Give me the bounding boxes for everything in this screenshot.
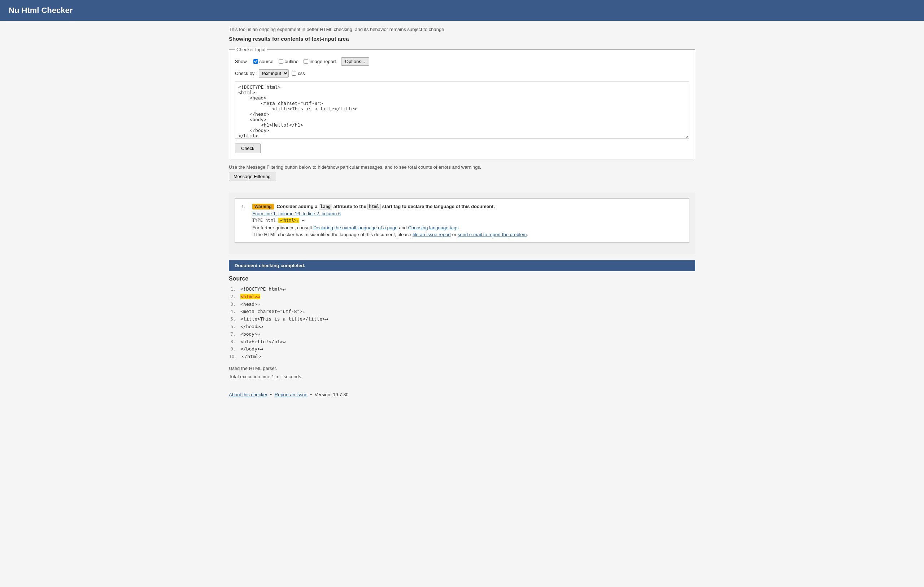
check-by-row: Check by text input css (235, 69, 689, 77)
footer: About this checker • Report an issue • V… (229, 388, 695, 401)
check-by-label: Check by (235, 71, 254, 76)
warning-number: 1. (241, 204, 249, 237)
source-checkbox-label[interactable]: source (253, 59, 274, 64)
source-code-block: 1.<!DOCTYPE html>↵2.<html>↵3. <head>↵4. … (229, 286, 695, 360)
source-line: 6. </head>↵ (229, 323, 695, 330)
showing-results: Showing results for contents of text-inp… (229, 36, 695, 42)
doc-complete-bar: Document checking completed. (229, 260, 695, 271)
source-line: 5. <title>This is a title</title>↵ (229, 316, 695, 323)
source-line: 7. <body>↵ (229, 330, 695, 338)
source-line-num: 6. (229, 323, 236, 330)
source-line-num: 10. (229, 353, 237, 360)
source-line-num: 4. (229, 308, 236, 316)
outline-checkbox[interactable] (279, 59, 283, 64)
source-line: 1.<!DOCTYPE html>↵ (229, 286, 695, 293)
separator-2: • (310, 392, 312, 397)
source-line-content: <html>↵ (240, 293, 260, 301)
source-line: 10.</html> (229, 353, 695, 360)
version-text: Version: 19.7.30 (315, 392, 349, 397)
warning-location-link[interactable]: From line 1, column 16: to line 2, colum… (252, 211, 683, 216)
source-title: Source (229, 275, 695, 282)
source-line-num: 8. (229, 338, 236, 346)
source-line: 2.<html>↵ (229, 293, 695, 301)
source-line-content: <h1>Hello!</h1>↵ (240, 338, 285, 346)
css-checkbox-label[interactable]: css (292, 71, 305, 76)
parser-line-1: Used the HTML parser. (229, 364, 695, 372)
show-label: Show (235, 59, 247, 64)
message-filtering-button[interactable]: Message Filtering (229, 172, 276, 181)
warning-text: Consider adding a lang attribute to the … (276, 204, 495, 209)
main-content: This tool is an ongoing experiment in be… (220, 21, 704, 407)
parser-info: Used the HTML parser. Total execution ti… (229, 364, 695, 381)
separator-1: • (271, 392, 272, 397)
source-line: 3. <head>↵ (229, 301, 695, 308)
warning-badge: Warning (252, 204, 274, 209)
warning-content: Warning Consider adding a lang attribute… (252, 204, 683, 237)
page-header: Nu Html Checker (0, 0, 924, 21)
source-line-num: 9. (229, 345, 236, 353)
source-line-num: 5. (229, 316, 236, 323)
checker-input-fieldset: Checker Input Show source outline image … (229, 47, 695, 159)
source-section: Source 1.<!DOCTYPE html>↵2.<html>↵3. <he… (229, 275, 695, 381)
guidance-link-2[interactable]: Choosing language tags (408, 225, 459, 230)
about-link[interactable]: About this checker (229, 392, 267, 397)
html-textarea[interactable]: <!DOCTYPE html> <html> <head> <meta char… (235, 81, 689, 139)
source-line: 9. </body>↵ (229, 345, 695, 353)
source-line-num: 1. (229, 286, 236, 293)
check-by-select[interactable]: text input (259, 69, 289, 77)
filter-hint: Use the Message Filtering button below t… (229, 164, 695, 170)
warning-type-highlight: ↵<html>↵ (278, 218, 299, 223)
warning-headline: Warning Consider adding a lang attribute… (252, 204, 683, 209)
css-checkbox[interactable] (292, 71, 296, 76)
check-button[interactable]: Check (235, 143, 261, 153)
source-line-num: 7. (229, 330, 236, 338)
warning-item-1: 1. Warning Consider adding a lang attrib… (234, 198, 690, 243)
source-line-content: <title>This is a title</title>↵ (240, 316, 328, 323)
outline-checkbox-label[interactable]: outline (279, 59, 299, 64)
image-report-checkbox[interactable] (304, 59, 308, 64)
source-line-num: 3. (229, 301, 236, 308)
warning-type-line: TYPE html ↵<html>↵ ← (252, 218, 683, 223)
options-button[interactable]: Options... (341, 58, 369, 66)
show-row: Show source outline image report Options… (235, 58, 689, 66)
source-line-content: <body>↵ (240, 330, 260, 338)
source-line-content: </head>↵ (240, 323, 263, 330)
tagline: This tool is an ongoing experiment in be… (229, 27, 695, 32)
source-line-content: </body>↵ (240, 345, 263, 353)
highlighted-tag: <html>↵ (240, 294, 260, 299)
source-checkbox[interactable] (253, 59, 258, 64)
page-title: Nu Html Checker (9, 6, 73, 15)
image-report-checkbox-label[interactable]: image report (304, 59, 336, 64)
source-line: 4. <meta charset="utf-8">↵ (229, 308, 695, 316)
parser-line-2: Total execution time 1 milliseconds. (229, 372, 695, 381)
source-line-content: <head>↵ (240, 301, 260, 308)
warning-row: 1. Warning Consider adding a lang attrib… (241, 204, 683, 237)
warning-lang-note: If the HTML checker has misidentified th… (252, 232, 683, 237)
source-line-content: <meta charset="utf-8">↵ (240, 308, 305, 316)
warnings-section: 1. Warning Consider adding a lang attrib… (229, 192, 695, 254)
guidance-link-1[interactable]: Declaring the overall language of a page (313, 225, 398, 230)
source-line: 8. <h1>Hello!</h1>↵ (229, 338, 695, 346)
source-line-content: </html> (241, 353, 261, 360)
report-link[interactable]: Report an issue (275, 392, 307, 397)
checker-input-legend: Checker Input (235, 47, 267, 52)
source-line-num: 2. (229, 293, 236, 301)
warning-guidance: For further guidance, consult Declaring … (252, 225, 683, 230)
source-line-content: <!DOCTYPE html>↵ (240, 286, 285, 293)
